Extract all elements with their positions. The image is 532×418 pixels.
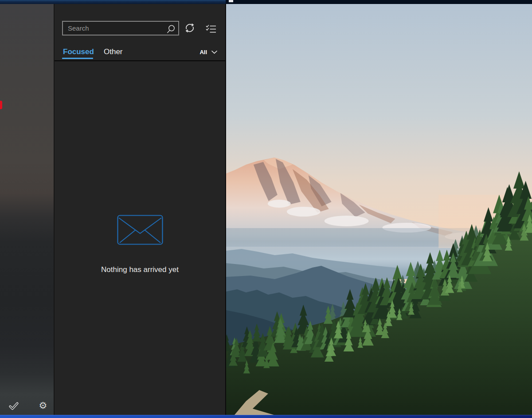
empty-state: Nothing has arrived yet [55, 215, 225, 274]
tab-other[interactable]: Other [104, 46, 123, 58]
active-tab-underline [62, 58, 93, 59]
gear-icon: ⚙ [39, 400, 47, 411]
taskbar-strip[interactable] [0, 415, 532, 418]
mail-app-window: ⚙ [0, 0, 532, 418]
chevron-down-icon [211, 50, 218, 54]
desktop-wallpaper [225, 4, 532, 415]
settings-button[interactable]: ⚙ [38, 401, 48, 410]
nav-pane: ⚙ [0, 4, 54, 415]
search-input[interactable] [63, 22, 178, 35]
title-bar [0, 0, 532, 4]
sync-button[interactable] [184, 22, 196, 34]
double-check-icon [9, 401, 19, 411]
tab-focused[interactable]: Focused [63, 46, 94, 58]
envelope-icon [117, 215, 163, 245]
message-list-pane: Focused Other All Nothing has arrived ye… [54, 4, 225, 415]
notification-fragment-icon [0, 101, 2, 109]
selection-list-icon [206, 24, 216, 33]
magnifier-icon[interactable] [166, 24, 176, 34]
title-bar-left-segment [0, 0, 226, 4]
window-icon [229, 0, 233, 2]
search-box [62, 21, 179, 35]
select-all-button[interactable] [9, 401, 19, 411]
sync-icon [184, 23, 195, 33]
filter-label: All [200, 49, 207, 55]
filter-dropdown[interactable]: All [200, 47, 218, 56]
list-header: Focused Other All [55, 4, 225, 61]
enter-selection-button[interactable] [205, 23, 217, 35]
empty-state-message: Nothing has arrived yet [101, 265, 179, 274]
mountain-scenery [226, 4, 532, 415]
